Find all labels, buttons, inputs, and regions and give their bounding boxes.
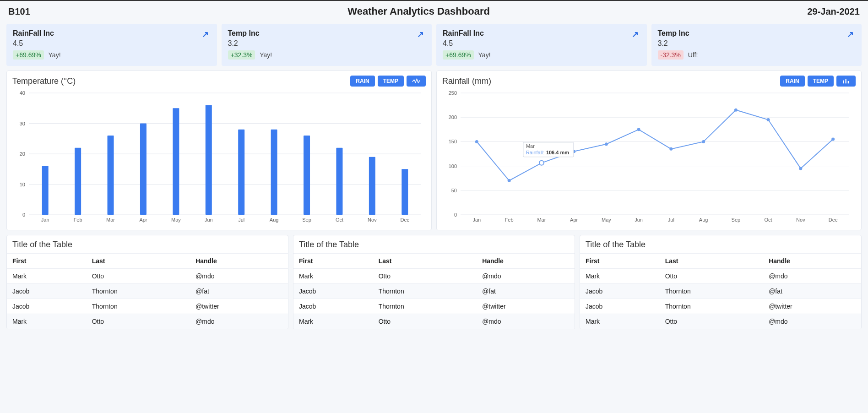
arrow-up-right-icon[interactable]: ↗ [629,28,641,40]
page-header: B101 Weather Analytics Dashboard 29-Jan-… [0,1,868,24]
arrow-up-right-icon[interactable]: ↗ [414,28,426,40]
svg-text:Sep: Sep [732,217,741,223]
table-cell: Otto [87,269,190,284]
table-row: JacobThornton@fat [293,284,575,299]
card-delta-badge: -32.3% [658,50,684,60]
page-title: Weather Analytics Dashboard [347,5,490,17]
table-row: MarkOtto@mdo [293,314,575,329]
card-value: 3.2 [658,39,856,48]
card-value: 3.2 [228,39,426,48]
table-cell: @mdo [763,314,861,329]
svg-text:Mar: Mar [106,217,115,223]
svg-rect-18 [173,108,179,215]
card-value: 4.5 [443,39,640,48]
summary-cards: ↗ RainFall Inc 4.5 +69.69% Yay! ↗ Temp I… [0,24,868,66]
svg-text:Jan: Jan [41,217,49,223]
table-cell: Otto [660,314,764,329]
card-value: 4.5 [13,39,211,48]
table-row: JacobThornton@fat [7,284,288,299]
table-row: MarkOtto@mdo [7,314,288,329]
svg-text:Sep: Sep [302,217,311,223]
table-cell: @twitter [763,299,861,314]
table-cell: Thornton [87,284,190,299]
table-cell: @mdo [190,269,288,284]
table-cell: Jacob [580,299,660,314]
data-table: FirstLastHandleMarkOtto@mdoJacobThornton… [7,253,288,329]
card-title: RainFall Inc [443,29,640,38]
svg-text:0: 0 [22,212,25,217]
svg-text:200: 200 [449,114,457,120]
table-cell: @mdo [477,314,575,329]
temp-button[interactable]: TEMP [808,76,834,87]
table-cell: Mark [293,314,373,329]
table-cell: Thornton [373,284,477,299]
svg-text:Aug: Aug [699,217,708,223]
table-header: First [293,254,373,269]
svg-point-56 [702,140,705,143]
chart-mode-line-icon[interactable] [407,76,426,87]
temperature-chart-panel: Temperature (°C) RAIN TEMP 010203040JanF… [6,71,432,230]
temperature-chart-buttons: RAIN TEMP [350,76,426,87]
table-cell: Otto [373,269,477,284]
chart-mode-bar-icon[interactable] [836,76,856,87]
rain-button[interactable]: RAIN [350,76,374,87]
svg-text:Aug: Aug [270,217,279,223]
svg-point-50 [508,179,511,182]
table-cell: @fat [190,284,288,299]
svg-text:Dec: Dec [829,217,838,223]
svg-point-58 [767,118,770,121]
table-panel: Title of the TableFirstLastHandleMarkOtt… [293,235,575,329]
svg-text:50: 50 [451,188,457,193]
svg-rect-14 [108,136,114,215]
svg-point-55 [669,147,673,151]
svg-point-53 [605,142,608,146]
svg-rect-22 [238,130,244,215]
rain-button[interactable]: RAIN [780,76,804,87]
table-cell: Jacob [7,299,87,314]
svg-text:Jan: Jan [473,217,481,223]
svg-text:Oct: Oct [336,217,343,223]
svg-text:20: 20 [20,151,25,157]
header-id: B101 [8,6,30,17]
table-cell: Mark [580,269,660,284]
tables-row: Title of the TableFirstLastHandleMarkOtt… [0,230,868,336]
rainfall-chart-buttons: RAIN TEMP [780,76,856,87]
svg-rect-30 [369,157,375,215]
card-title: Temp Inc [658,29,856,38]
table-header: Handle [763,254,861,269]
table-cell: @fat [477,284,575,299]
card-delta-badge: +69.69% [13,50,44,60]
svg-text:Jul: Jul [668,217,674,223]
arrow-up-right-icon[interactable]: ↗ [200,28,212,40]
arrow-up-right-icon[interactable]: ↗ [844,28,856,40]
svg-point-54 [637,128,640,131]
table-row: MarkOtto@mdo [293,269,575,284]
table-title: Title of the Table [293,235,575,253]
table-title: Title of the Table [7,235,288,253]
table-cell: Otto [87,314,190,329]
table-header: Handle [190,254,288,269]
svg-rect-36 [848,81,849,83]
card-note: Yay! [49,51,61,59]
table-row: JacobThornton@twitter [580,299,861,314]
table-cell: Thornton [87,299,190,314]
svg-rect-35 [846,79,846,84]
svg-text:100: 100 [449,163,457,169]
svg-rect-26 [304,136,310,215]
table-header: Last [87,254,190,269]
svg-text:Jun: Jun [635,217,643,223]
table-cell: Thornton [660,299,764,314]
svg-text:Jun: Jun [205,217,213,223]
table-cell: Mark [580,314,660,329]
svg-text:Nov: Nov [796,217,805,223]
svg-text:250: 250 [449,90,457,96]
table-title: Title of the Table [580,235,861,253]
temperature-bar-chart: 010203040JanFebMarAprMayJunJulAugSepOctN… [12,88,426,226]
temp-button[interactable]: TEMP [378,76,404,87]
table-cell: Thornton [660,284,764,299]
card-note: Uff! [688,51,698,59]
svg-rect-34 [843,81,844,84]
table-cell: Jacob [7,284,87,299]
table-header: First [580,254,660,269]
svg-rect-28 [336,148,342,215]
